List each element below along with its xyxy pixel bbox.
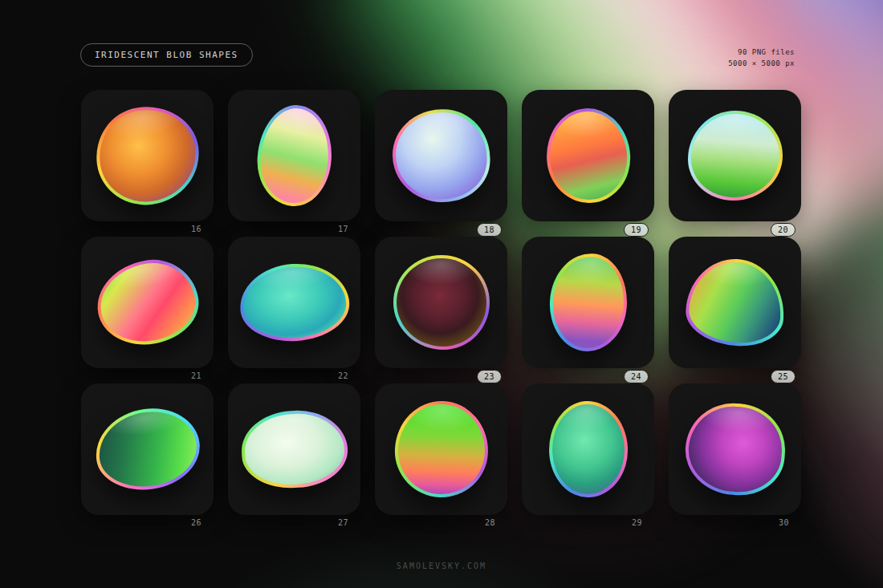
blob-shape bbox=[90, 253, 204, 352]
blob-grid: 161718192021222324252627282930 bbox=[81, 90, 801, 530]
item-number-badge: 16 bbox=[185, 223, 208, 235]
blob-cell: 28 bbox=[375, 383, 507, 530]
blob-cell: 19 bbox=[522, 90, 654, 237]
blob-cell: 29 bbox=[522, 383, 654, 530]
title-badge-label: IRIDESCENT BLOB SHAPES bbox=[95, 50, 238, 60]
blob-cell: 17 bbox=[228, 90, 360, 237]
blob-card bbox=[228, 383, 360, 515]
blob-cell: 18 bbox=[375, 90, 507, 237]
file-meta-size: 5000 × 5000 px bbox=[728, 58, 795, 69]
item-number-badge: 19 bbox=[624, 223, 649, 237]
blob-card bbox=[522, 383, 654, 515]
blob-core bbox=[241, 264, 348, 342]
blob-shape bbox=[688, 111, 783, 201]
blob-card bbox=[81, 383, 214, 515]
item-number-badge: 20 bbox=[771, 223, 796, 237]
blob-cell: 26 bbox=[81, 383, 214, 530]
blob-core bbox=[94, 406, 201, 493]
blob-cell: 24 bbox=[522, 237, 654, 383]
item-number-badge: 24 bbox=[624, 370, 649, 383]
blob-shape bbox=[90, 402, 205, 496]
blob-shape bbox=[393, 255, 490, 350]
blob-shape bbox=[546, 251, 629, 354]
blob-shape bbox=[543, 106, 633, 206]
blob-core bbox=[397, 403, 486, 496]
item-number-badge: 27 bbox=[332, 517, 355, 529]
blob-card bbox=[81, 90, 214, 221]
blob-core bbox=[257, 106, 331, 205]
blob-card bbox=[228, 90, 360, 221]
file-meta: 90 PNG files 5000 × 5000 px bbox=[728, 47, 795, 70]
blob-card bbox=[669, 90, 801, 221]
blob-core bbox=[550, 403, 627, 497]
blob-shape bbox=[254, 103, 335, 209]
file-meta-count: 90 PNG files bbox=[728, 47, 795, 58]
promo-canvas: IRIDESCENT BLOB SHAPES 90 PNG files 5000… bbox=[0, 0, 883, 588]
blob-shape bbox=[239, 408, 349, 491]
blob-cell: 25 bbox=[669, 237, 801, 383]
item-number-badge: 21 bbox=[185, 370, 208, 382]
item-number-badge: 29 bbox=[625, 517, 649, 529]
blob-core bbox=[93, 103, 201, 208]
blob-core bbox=[550, 254, 627, 351]
blob-shape bbox=[388, 104, 494, 207]
blob-shape bbox=[682, 400, 788, 498]
credit-text: SAMOLEVSKY.COM bbox=[0, 562, 883, 570]
item-number-badge: 17 bbox=[332, 223, 355, 235]
blob-cell: 30 bbox=[669, 383, 801, 530]
blob-core bbox=[547, 109, 629, 202]
item-number-badge: 26 bbox=[185, 517, 208, 529]
item-number-badge: 23 bbox=[477, 370, 502, 383]
blob-card bbox=[522, 90, 654, 221]
blob-core bbox=[94, 256, 201, 348]
blob-shape bbox=[684, 257, 786, 348]
blob-cell: 27 bbox=[228, 383, 360, 530]
blob-core bbox=[397, 258, 486, 347]
blob-cell: 16 bbox=[81, 90, 214, 237]
title-badge: IRIDESCENT BLOB SHAPES bbox=[80, 43, 253, 67]
item-number-badge: 25 bbox=[771, 370, 796, 383]
blob-card bbox=[81, 237, 214, 368]
blob-shape bbox=[546, 399, 629, 500]
item-number-badge: 18 bbox=[477, 223, 502, 237]
item-number-badge: 28 bbox=[478, 517, 502, 529]
item-number-badge: 22 bbox=[332, 370, 355, 382]
blob-card bbox=[375, 237, 507, 368]
blob-core bbox=[691, 114, 779, 197]
blob-card bbox=[375, 383, 507, 515]
blob-cell: 21 bbox=[81, 237, 214, 383]
blob-cell: 23 bbox=[375, 237, 507, 383]
blob-cell: 20 bbox=[669, 90, 801, 237]
blob-cell: 22 bbox=[228, 237, 360, 383]
blob-shape bbox=[393, 399, 489, 499]
blob-core bbox=[686, 403, 784, 495]
blob-core bbox=[391, 107, 491, 203]
blob-card bbox=[669, 237, 801, 368]
blob-card bbox=[669, 383, 801, 515]
blob-core bbox=[242, 412, 345, 487]
blob-shape bbox=[90, 100, 205, 212]
blob-card bbox=[522, 237, 654, 368]
blob-core bbox=[687, 260, 783, 345]
blob-card bbox=[375, 90, 507, 221]
item-number-badge: 30 bbox=[772, 517, 796, 529]
blob-card bbox=[228, 237, 360, 368]
blob-shape bbox=[237, 260, 351, 344]
